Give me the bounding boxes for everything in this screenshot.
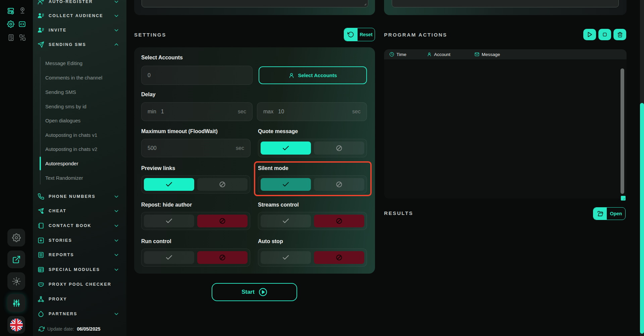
toggle-no-button[interactable] <box>314 251 364 264</box>
repost-hide-author-toggle <box>141 212 250 230</box>
toggle-yes-button[interactable] <box>144 215 194 227</box>
sidebar-item-reports[interactable]: REPORTS <box>38 248 124 262</box>
page-scrollbar-thumb[interactable] <box>640 103 644 334</box>
rotate-ccw-icon <box>347 31 354 38</box>
toggle-yes-button[interactable] <box>261 178 311 191</box>
user-icon <box>427 52 432 57</box>
select-accounts-button[interactable]: Select Accounts <box>259 66 367 84</box>
notebook-icon <box>38 222 44 229</box>
network-icon <box>38 296 44 302</box>
sidebar-subitem-text-randomizer[interactable]: Text Randomizer <box>45 171 124 184</box>
sidebar-item-contact-book[interactable]: CONTACT BOOK <box>38 219 124 232</box>
timeout-input[interactable]: 500 sec <box>141 139 251 157</box>
sidebar-subitem-sending-sms[interactable]: Sending SMS <box>45 85 124 99</box>
program-actions-title: PROGRAM ACTIONS <box>384 32 447 38</box>
sidebar-item-proxy[interactable]: PROXY <box>38 292 124 306</box>
sidebar-item-sending-sms[interactable]: SENDING SMS <box>38 38 124 51</box>
sidebar-item-auto-register[interactable]: AUTO-REGISTER <box>38 0 124 8</box>
page-scrollbar-track[interactable] <box>640 0 644 336</box>
run-control-label: Run control <box>141 238 171 244</box>
reset-label: Reset <box>358 28 375 41</box>
ban-icon <box>218 217 226 225</box>
paper-plane-dot-icon <box>38 208 44 214</box>
check-icon <box>282 180 290 188</box>
table-scrollbar[interactable] <box>621 68 624 194</box>
run-actions-button[interactable] <box>583 29 596 40</box>
delay-max-input[interactable]: max 10 sec <box>257 102 367 121</box>
auto-stop-toggle <box>258 248 367 267</box>
ban-icon <box>335 180 343 188</box>
toggle-no-button[interactable] <box>314 178 364 191</box>
users-icon <box>38 12 44 19</box>
sidebar-item-special-modules[interactable]: SPECIAL MODULES <box>38 263 124 276</box>
settings-rail-button[interactable] <box>7 229 25 246</box>
sidebar-item-partners[interactable]: PARTNERS <box>38 307 124 321</box>
server-check-icon[interactable] <box>7 7 14 15</box>
sidebar-item-stories[interactable]: STORIES <box>38 234 124 247</box>
sidebar-subitem-comments-in-the-channel[interactable]: Comments in the channel <box>45 71 124 84</box>
accounts-count-input[interactable]: 0 <box>141 66 253 85</box>
toggle-yes-button[interactable] <box>144 251 194 264</box>
settings-panel: Select Accounts 0 Select Accounts Delay … <box>134 47 375 274</box>
update-date-value: 06/05/2025 <box>77 326 100 332</box>
webcam-icon[interactable] <box>19 7 26 14</box>
sidebar-item-label: PARTNERS <box>49 312 77 316</box>
open-results-button[interactable]: Open <box>593 207 626 220</box>
reset-button[interactable]: Reset <box>344 28 375 41</box>
toggle-yes-button[interactable] <box>261 142 311 155</box>
sidebar-item-collect-audience[interactable]: COLLECT AUDIENCE <box>38 9 124 22</box>
sliders-rail-button[interactable] <box>7 294 25 312</box>
notes-textarea[interactable] <box>142 0 368 7</box>
toggle-yes-button[interactable] <box>261 215 311 227</box>
users-icon <box>38 27 44 34</box>
sidebar-item-proxy-pool-checker[interactable]: PROXY POOL CHECKER <box>38 278 124 291</box>
column-time[interactable]: Time <box>389 52 407 57</box>
start-button[interactable]: Start <box>212 283 297 301</box>
external-link-rail-button[interactable] <box>7 250 25 268</box>
clear-actions-button[interactable] <box>613 29 626 40</box>
right-top-input[interactable] <box>392 0 619 7</box>
sliders-icon <box>12 299 21 307</box>
sidebar-item-phone-numbers[interactable]: PHONE NUMBERS <box>38 190 124 203</box>
sidebar-item-label: SENDING SMS <box>49 42 86 47</box>
theme-brightness-button[interactable] <box>7 272 25 290</box>
ban-icon <box>335 217 343 225</box>
document-check-icon[interactable] <box>7 34 15 41</box>
update-date-label: Update date: <box>47 326 74 332</box>
chevron-down-icon <box>114 194 119 199</box>
sidebar-subitem-message-editing[interactable]: Message Editing <box>45 56 124 70</box>
report-icon <box>38 251 44 258</box>
column-message[interactable]: Message <box>475 52 500 57</box>
quote-message-toggle <box>258 139 367 157</box>
column-account[interactable]: Account <box>427 52 450 57</box>
sidebar-item-invite[interactable]: INVITE <box>38 23 124 37</box>
resize-handle-icon[interactable] <box>363 2 367 6</box>
check-icon <box>282 217 290 225</box>
delay-min-input[interactable]: min 1 sec <box>141 102 253 121</box>
refresh-icon[interactable] <box>39 326 45 332</box>
table-resize-handle[interactable] <box>621 196 626 201</box>
droplet-icon <box>38 311 44 317</box>
main-content: SETTINGS Reset Select Accounts 0 Select … <box>126 0 644 336</box>
sidebar-subitem-autoresponder[interactable]: Autoresponder <box>45 157 124 170</box>
sidebar-subitem-autoposting-v2[interactable]: Autoposting in chats v2 <box>45 142 124 156</box>
sidebar-item-cheat[interactable]: CHEAT <box>38 204 124 218</box>
code-window-icon[interactable] <box>18 20 26 28</box>
language-flag-button[interactable] <box>7 316 25 334</box>
toggle-no-button[interactable] <box>197 251 248 264</box>
stop-actions-button[interactable] <box>598 29 611 40</box>
toggle-no-button[interactable] <box>197 178 248 191</box>
active-item-indicator <box>40 157 41 170</box>
streams-control-label: Streams control <box>258 202 299 208</box>
toggle-no-button[interactable] <box>314 142 364 155</box>
chevron-down-icon <box>114 13 119 18</box>
sidebar-subitem-sending-sms-by-id[interactable]: Sending sms by id <box>45 100 124 113</box>
gear-icon[interactable] <box>7 20 14 28</box>
swap-icon[interactable] <box>19 34 26 41</box>
sidebar-subitem-autoposting-v1[interactable]: Autoposting in chats v1 <box>45 128 124 142</box>
toggle-yes-button[interactable] <box>144 178 194 191</box>
toggle-no-button[interactable] <box>197 215 248 227</box>
sidebar-subitem-open-dialogues[interactable]: Open dialogues <box>45 114 124 127</box>
toggle-yes-button[interactable] <box>261 251 311 264</box>
toggle-no-button[interactable] <box>314 215 364 227</box>
